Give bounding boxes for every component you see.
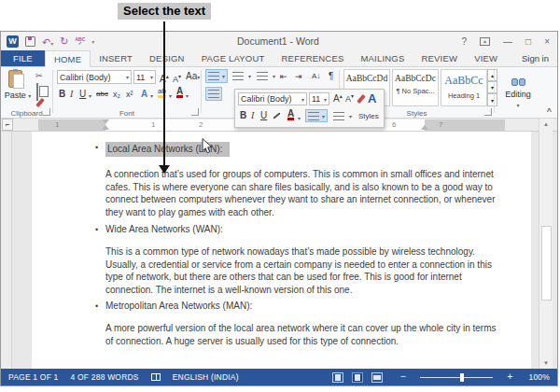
scroll-up-icon[interactable]: ▲ — [539, 119, 553, 130]
read-mode-button[interactable] — [332, 372, 343, 383]
tab-review[interactable]: REVIEW — [413, 50, 466, 66]
list-item[interactable]: • Metropolitan Area Networks (MAN): — [105, 301, 501, 311]
mini-numbering-button[interactable]: ▾ — [331, 109, 354, 122]
bold-button[interactable]: B — [59, 88, 65, 101]
font-size-select[interactable]: 11▾ — [133, 70, 156, 84]
mini-underline-button[interactable]: U — [260, 110, 267, 120]
sort-icon[interactable]: A↓ — [312, 70, 320, 83]
mini-bullets-button[interactable]: ▾ — [305, 109, 328, 122]
mini-shrink-font-button[interactable]: A▾ — [345, 92, 354, 104]
zoom-level[interactable]: 100% — [528, 372, 550, 382]
sign-in-link[interactable]: Sign in — [522, 50, 557, 66]
undo-button[interactable]: ↶▾ — [42, 33, 53, 49]
web-layout-button[interactable] — [371, 372, 383, 383]
font-name-select[interactable]: Calibri (Body)▾ — [57, 70, 132, 84]
font-color-button[interactable]: A — [176, 87, 183, 98]
paragraph[interactable]: This is a common type of network nowaday… — [105, 245, 501, 296]
text-effects-button[interactable]: A — [141, 88, 147, 101]
highlight-dropdown-icon[interactable]: ▾ — [169, 92, 172, 99]
editing-button[interactable]: Editing — [496, 90, 540, 99]
ribbon-display-options-icon[interactable]: ▴ — [480, 37, 490, 46]
spelling-grammar-icon[interactable]: ABC✓ — [75, 37, 85, 45]
paragraph[interactable]: A connection that’s used for groups of c… — [105, 168, 501, 218]
show-hide-pilcrow-icon[interactable]: ¶ — [329, 70, 333, 83]
italic-button[interactable]: I — [70, 88, 73, 101]
paste-label[interactable]: Paste ▾ — [1, 91, 35, 100]
paragraph[interactable]: A more powerful version of the local are… — [105, 322, 501, 347]
style-no-spacing[interactable]: AaBbCcDc ¶ No Spac... — [392, 69, 439, 106]
numbering-button[interactable]: ▾ — [231, 69, 252, 83]
mini-font-color-dropdown-icon[interactable]: ▾ — [298, 115, 301, 121]
styles-dialog-launcher-icon[interactable] — [484, 108, 492, 116]
tab-design[interactable]: DESIGN — [141, 50, 193, 66]
font-color-dropdown-icon[interactable]: ▾ — [186, 92, 189, 99]
zoom-out-button[interactable]: − — [400, 372, 406, 382]
hanging-indent-marker[interactable] — [102, 125, 109, 130]
copy-icon[interactable] — [36, 83, 38, 101]
find-binoculars-icon[interactable] — [496, 73, 540, 90]
page-indicator[interactable]: PAGE 1 OF 1 — [8, 372, 59, 382]
mini-italic-button[interactable]: I — [251, 110, 254, 120]
font-dialog-launcher-icon[interactable] — [191, 108, 199, 116]
save-icon[interactable] — [25, 36, 35, 47]
language-indicator[interactable]: ENGLISH (INDIA) — [173, 372, 239, 382]
tab-home[interactable]: HOME — [45, 50, 91, 67]
bullets-button[interactable]: ▾ — [205, 69, 228, 83]
proofing-icon[interactable] — [151, 373, 161, 381]
tab-view[interactable]: VIEW — [466, 50, 506, 66]
editing-dropdown-icon[interactable]: ▾ — [496, 102, 540, 108]
align-left-button[interactable] — [205, 87, 222, 101]
maximize-button[interactable]: □ — [525, 36, 531, 47]
close-button[interactable]: × — [544, 36, 550, 47]
strikethrough-button[interactable]: abc — [96, 88, 108, 101]
zoom-in-button[interactable]: + — [507, 372, 512, 382]
mini-grow-font-button[interactable]: A▴ — [333, 92, 343, 104]
clipboard-dialog-launcher-icon[interactable] — [43, 108, 50, 116]
right-indent-marker[interactable] — [421, 125, 428, 130]
mini-styles-icon[interactable]: A — [368, 91, 376, 105]
mini-font-name-select[interactable]: Calibri (Body)▾ — [238, 92, 307, 105]
help-button[interactable]: ? — [462, 36, 468, 47]
increase-indent-icon[interactable]: ⇥ — [295, 70, 302, 83]
tab-file[interactable]: FILE — [1, 50, 45, 66]
word-count[interactable]: 4 OF 288 WORDS — [71, 372, 139, 382]
undo-dropdown-icon[interactable]: ▾ — [50, 41, 53, 47]
heading[interactable]: Metropolitan Area Networks (MAN): — [105, 301, 252, 311]
cut-icon[interactable]: ✂ — [35, 71, 43, 80]
mini-bold-button[interactable]: B — [240, 110, 246, 120]
text-effects-dropdown-icon[interactable]: ▾ — [150, 92, 153, 99]
multilevel-list-button[interactable]: ▾ — [256, 69, 276, 83]
superscript-button[interactable]: x² — [126, 88, 133, 101]
scrollbar-thumb[interactable] — [541, 226, 552, 301]
mini-font-color-button[interactable]: A — [287, 109, 294, 120]
tab-references[interactable]: REFERENCES — [273, 50, 353, 66]
list-item[interactable]: • Wide Area Networks (WAN): — [105, 224, 501, 234]
tab-insert[interactable]: INSERT — [91, 50, 141, 66]
subscript-button[interactable]: x₂ — [113, 88, 120, 101]
change-case-button[interactable]: Aa▾ — [186, 70, 200, 84]
underline-button[interactable]: U — [79, 88, 86, 101]
tab-mailings[interactable]: MAILINGS — [352, 50, 413, 66]
tab-page-layout[interactable]: PAGE LAYOUT — [193, 50, 273, 66]
heading[interactable]: Wide Area Networks (WAN): — [105, 224, 223, 234]
mini-highlight-pen-icon[interactable] — [273, 112, 280, 119]
scroll-down-icon[interactable]: ▼ — [539, 357, 553, 369]
collapse-ribbon-icon[interactable]: ^ — [547, 106, 552, 116]
style-heading-1[interactable]: AaBbCc Heading 1 — [441, 69, 487, 106]
paste-button[interactable] — [8, 70, 22, 88]
mini-styles-button[interactable]: Styles — [358, 112, 379, 120]
shrink-font-button[interactable]: A▾ — [173, 70, 181, 86]
zoom-slider[interactable] — [420, 377, 493, 378]
tab-selector-button[interactable]: ⌐ — [2, 119, 13, 131]
zoom-slider-thumb[interactable] — [460, 373, 464, 382]
document-page[interactable]: • Local Area Networks (LAN): A connectio… — [32, 132, 531, 369]
mini-font-size-select[interactable]: 11▾ — [309, 92, 329, 105]
first-line-indent-marker[interactable] — [102, 119, 109, 124]
minimize-button[interactable]: — — [503, 36, 512, 47]
vertical-scrollbar[interactable]: ▲ ▼ — [539, 119, 553, 369]
decrease-indent-icon[interactable]: ⇤ — [280, 70, 287, 83]
redo-icon[interactable]: ↻ — [60, 36, 68, 47]
mini-format-painter-icon[interactable] — [357, 94, 365, 104]
print-layout-button[interactable] — [352, 372, 363, 383]
underline-dropdown-icon[interactable]: ▾ — [89, 92, 91, 99]
